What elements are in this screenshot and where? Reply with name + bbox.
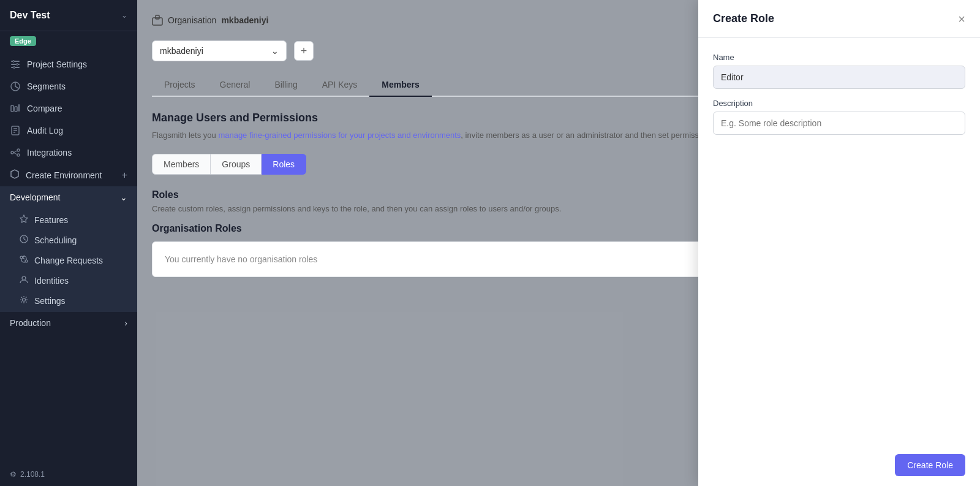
sidebar-footer: ⚙ 2.108.1 [0, 463, 137, 486]
identities-icon [20, 275, 28, 286]
dev-sub-items: Features Scheduling [0, 208, 137, 312]
integrations-icon [10, 147, 21, 158]
panel-footer: Create Role [698, 444, 980, 486]
svg-point-5 [13, 67, 15, 69]
chevron-down-icon[interactable]: ⌄ [121, 11, 127, 20]
tab-members[interactable]: Members [369, 74, 431, 97]
svg-point-25 [22, 276, 26, 280]
svg-rect-7 [11, 105, 13, 112]
svg-point-26 [23, 298, 26, 302]
org-icon [152, 15, 163, 26]
name-label: Name [713, 53, 965, 62]
development-label: Development [10, 192, 61, 202]
create-environment-label: Create Environment [26, 170, 102, 180]
features-icon [20, 215, 28, 225]
sidebar-item-project-settings[interactable]: Project Settings [0, 53, 137, 75]
sidebar-item-label: Change Requests [34, 256, 103, 265]
scheduling-icon [20, 235, 28, 245]
description-label: Description [713, 99, 965, 108]
development-section: Development ⌄ Features [0, 186, 137, 312]
sidebar-item-label: Project Settings [27, 59, 87, 69]
compare-icon [10, 103, 21, 114]
svg-point-16 [17, 154, 20, 156]
sidebar-item-integrations[interactable]: Integrations [0, 142, 137, 164]
add-org-button[interactable]: + [294, 41, 314, 61]
sidebar-item-label: Audit Log [27, 126, 63, 135]
sidebar-item-label: Integrations [27, 148, 72, 158]
settings-icon [10, 59, 21, 70]
version-icon: ⚙ [10, 470, 17, 479]
sidebar-item-change-requests[interactable]: Change Requests [0, 250, 137, 270]
svg-line-18 [13, 153, 17, 154]
audit-icon [10, 125, 21, 136]
empty-roles-text: You currently have no organisation roles [165, 254, 317, 264]
sidebar-item-features[interactable]: Features [0, 210, 137, 230]
sidebar-item-label: Features [34, 215, 68, 225]
permissions-link[interactable]: manage fine-grained permissions for your… [218, 131, 461, 140]
sub-tab-members[interactable]: Members [152, 154, 211, 175]
description-input[interactable] [713, 112, 965, 135]
sidebar-item-label: Settings [34, 296, 66, 306]
panel-close-button[interactable]: × [958, 13, 965, 25]
breadcrumb-org: mkbadeniyi [221, 15, 268, 25]
main-area: Organisation mkbadeniyi mkbadeniyi ⌄ + P… [137, 0, 980, 486]
sidebar-item-label: Compare [27, 104, 62, 113]
sidebar-item-identities[interactable]: Identities [0, 270, 137, 290]
settings-icon [20, 295, 28, 306]
sidebar-item-scheduling[interactable]: Scheduling [0, 230, 137, 250]
svg-rect-28 [156, 15, 159, 19]
sidebar-item-settings[interactable]: Settings [0, 290, 137, 311]
change-requests-icon [20, 255, 28, 265]
org-dropdown-value: mkbadeniyi [160, 46, 203, 56]
sidebar-item-segments[interactable]: Segments [0, 75, 137, 97]
tab-api-keys[interactable]: API Keys [310, 74, 370, 97]
sidebar-item-compare[interactable]: Compare [0, 97, 137, 120]
name-input[interactable] [713, 66, 965, 89]
sub-tab-roles[interactable]: Roles [262, 154, 306, 175]
version-text: 2.108.1 [20, 470, 45, 479]
panel-header: Create Role × [698, 0, 980, 38]
svg-marker-19 [20, 215, 28, 222]
sidebar-nav: Project Settings Segments Compare [0, 51, 137, 336]
sidebar-item-production[interactable]: Production › [0, 312, 137, 334]
tab-projects[interactable]: Projects [152, 74, 208, 97]
sidebar-item-label: Scheduling [34, 235, 77, 245]
production-label: Production [10, 318, 51, 328]
create-environment-item[interactable]: Create Environment + [0, 164, 137, 186]
chevron-down-icon: ⌄ [120, 192, 127, 202]
svg-line-22 [24, 239, 26, 240]
svg-rect-8 [15, 107, 17, 112]
sidebar-header: Dev Test ⌄ [0, 0, 137, 31]
sidebar-item-label: Identities [34, 276, 69, 286]
svg-point-3 [13, 61, 15, 63]
chevron-right-icon: › [124, 318, 127, 328]
svg-point-4 [17, 64, 18, 66]
segments-icon [10, 81, 21, 92]
breadcrumb-prefix: Organisation [168, 15, 216, 25]
edge-badge: Edge [10, 36, 36, 46]
svg-rect-9 [18, 104, 20, 112]
svg-line-17 [13, 151, 17, 153]
project-name: Dev Test [10, 10, 50, 21]
panel-body: Name Description [698, 38, 980, 444]
tab-billing[interactable]: Billing [262, 74, 309, 97]
sub-tab-groups[interactable]: Groups [211, 154, 262, 175]
sidebar-item-label: Segments [27, 82, 66, 91]
org-dropdown[interactable]: mkbadeniyi ⌄ [152, 40, 287, 61]
create-role-button[interactable]: Create Role [895, 454, 965, 476]
panel-title: Create Role [713, 12, 774, 25]
development-header[interactable]: Development ⌄ [0, 186, 137, 208]
sidebar-item-audit-log[interactable]: Audit Log [0, 120, 137, 142]
svg-point-15 [17, 149, 20, 151]
plus-icon[interactable]: + [122, 170, 127, 180]
sidebar: Dev Test ⌄ Edge Project Settings [0, 0, 137, 486]
tab-general[interactable]: General [208, 74, 263, 97]
dropdown-chevron-icon: ⌄ [271, 46, 279, 56]
svg-point-24 [25, 260, 28, 262]
create-env-icon [10, 169, 20, 181]
create-role-panel: Create Role × Name Description Create Ro… [698, 0, 980, 486]
svg-point-14 [11, 151, 13, 154]
